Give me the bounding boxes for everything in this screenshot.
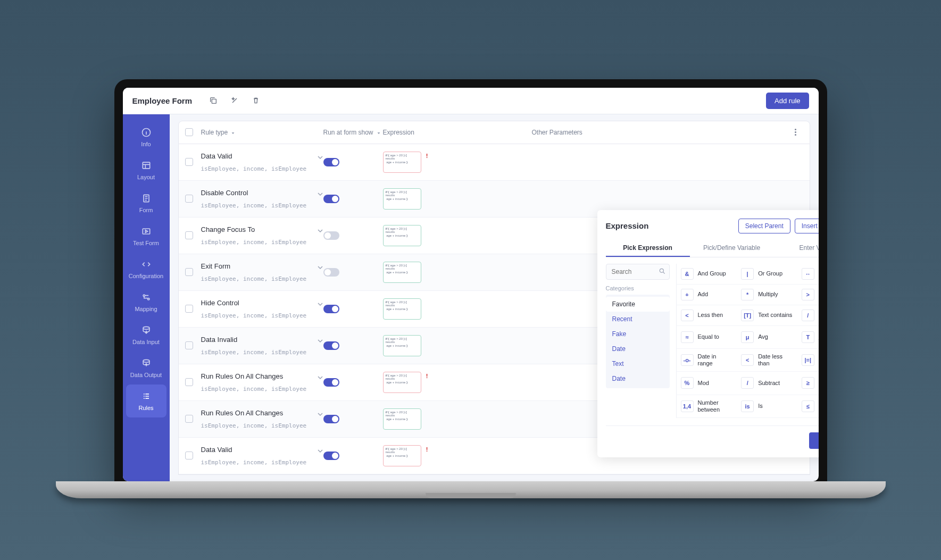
run-toggle[interactable] — [323, 231, 339, 240]
operator-item[interactable]: <Less then — [677, 305, 737, 326]
sort-icon[interactable] — [377, 130, 381, 135]
category-item[interactable]: Fake — [606, 327, 670, 341]
chevron-down-icon[interactable] — [317, 228, 323, 234]
expression-preview[interactable]: if ( age > 20 ) {results age + income } … — [383, 445, 421, 466]
operator-item[interactable]: %Mod — [677, 372, 737, 395]
column-rule-type[interactable]: Rule type — [201, 129, 228, 136]
chevron-down-icon[interactable] — [317, 411, 323, 417]
run-toggle[interactable] — [323, 415, 339, 423]
operator-label: Avg — [758, 333, 768, 340]
sidebar-item-mapping[interactable]: Mapping — [123, 286, 170, 319]
operator-item[interactable]: [T]Text contains — [737, 305, 797, 326]
run-toggle[interactable] — [323, 305, 339, 313]
operator-item[interactable]: *Multiply — [737, 285, 797, 305]
chevron-down-icon[interactable] — [317, 191, 323, 197]
row-checkbox[interactable] — [185, 452, 193, 459]
run-toggle[interactable] — [323, 452, 339, 460]
chevron-down-icon[interactable] — [317, 264, 323, 271]
sidebar-item-rules[interactable]: Rules — [126, 385, 166, 417]
tab-pick-variable[interactable]: Pick/Define Variable — [690, 240, 774, 257]
operator-item[interactable]: TText starts with — [797, 326, 819, 349]
chevron-down-icon[interactable] — [317, 374, 323, 381]
sidebar-item-configuration[interactable]: Configuration — [123, 253, 170, 286]
category-item[interactable]: Favorite — [606, 297, 670, 312]
column-run[interactable]: Run at form show — [323, 129, 373, 136]
complete-button[interactable]: Complete — [809, 432, 819, 449]
category-item[interactable]: Date — [606, 341, 670, 356]
sidebar-item-data-output[interactable]: Data Output — [123, 352, 170, 385]
insert-expression-button[interactable]: Insert Expression — [795, 219, 819, 233]
rule-subtitle: isEmployee, income, isEmployee — [201, 239, 307, 246]
row-checkbox[interactable] — [185, 195, 193, 203]
operator-item[interactable]: |Or Group — [737, 264, 797, 285]
operator-item[interactable]: >Greater than — [797, 285, 819, 305]
operator-item[interactable]: ≥Greater than or equal to — [797, 372, 819, 395]
chevron-down-icon[interactable] — [317, 301, 323, 307]
svg-rect-4 — [143, 229, 149, 234]
operator-item[interactable]: isIs — [737, 395, 797, 418]
rule-subtitle: isEmployee, income, isEmployee — [201, 312, 307, 319]
row-checkbox[interactable] — [185, 268, 193, 276]
sort-icon[interactable] — [231, 130, 235, 135]
rule-name: Data Invalid — [201, 336, 238, 344]
expression-preview[interactable]: if ( age > 20 ) {results age + income } — [383, 298, 421, 320]
sidebar-item-data-input[interactable]: Data Input — [123, 319, 170, 352]
row-checkbox[interactable] — [185, 305, 193, 313]
operator-item[interactable]: <Date less than — [737, 349, 797, 372]
trash-icon[interactable] — [252, 96, 260, 105]
rule-subtitle: isEmployee, income, isEmployee — [201, 386, 307, 392]
error-icon: ! — [426, 446, 428, 453]
operator-item[interactable]: μAvg — [737, 326, 797, 349]
operator-label: And Group — [698, 270, 726, 277]
expression-preview[interactable]: if ( age > 20 ) {results age + income } — [383, 225, 421, 246]
chevron-down-icon[interactable] — [317, 448, 323, 454]
expression-preview[interactable]: if ( age > 20 ) {results age + income } … — [383, 372, 421, 393]
tab-enter-value[interactable]: Enter Value — [774, 240, 819, 257]
row-checkbox[interactable] — [185, 231, 193, 239]
operator-item[interactable]: ≤Less than or equal to — [797, 395, 819, 418]
operator-item[interactable]: 1,4Number between — [677, 395, 737, 418]
operator-item[interactable]: /Subtract — [737, 372, 797, 395]
operator-item[interactable]: &And Group — [677, 264, 737, 285]
sidebar-item-form[interactable]: Form — [123, 187, 170, 220]
run-toggle[interactable] — [323, 378, 339, 387]
sidebar-item-layout[interactable]: Layout — [123, 154, 170, 187]
table-row[interactable]: Data Valid isEmployee, income, isEmploye… — [179, 144, 810, 181]
category-item[interactable]: Text — [606, 356, 670, 371]
row-checkbox[interactable] — [185, 378, 193, 386]
sidebar-item-test-form[interactable]: Test Form — [123, 220, 170, 253]
operator-symbol: ↔ — [802, 268, 814, 280]
chevron-down-icon[interactable] — [317, 338, 323, 344]
category-item[interactable]: Recent — [606, 312, 670, 327]
magic-icon[interactable] — [230, 96, 239, 105]
svg-point-6 — [147, 298, 149, 299]
sidebar-item-info[interactable]: Info — [123, 121, 170, 154]
run-toggle[interactable] — [323, 268, 339, 277]
row-checkbox[interactable] — [185, 415, 193, 423]
expression-preview[interactable]: if ( age > 20 ) {results age + income } … — [383, 152, 421, 173]
expression-preview[interactable]: if ( age > 20 ) {results age + income } — [383, 408, 421, 430]
table-header: Rule type Run at form show Expression Ot… — [178, 121, 810, 144]
run-toggle[interactable] — [323, 195, 339, 203]
select-parent-button[interactable]: Select Parent — [738, 219, 790, 233]
more-menu-icon[interactable] — [788, 129, 803, 136]
expression-preview[interactable]: if ( age > 20 ) {results age + income } — [383, 188, 421, 210]
operator-item[interactable]: /Divide — [797, 305, 819, 326]
operator-item[interactable]: +Add — [677, 285, 737, 305]
operator-item[interactable]: ↔If/Then — [797, 264, 819, 285]
expression-preview[interactable]: if ( age > 20 ) {results age + income } — [383, 262, 421, 283]
operator-item[interactable]: -o-Date in range — [677, 349, 737, 372]
copy-icon[interactable] — [209, 96, 218, 105]
category-item[interactable]: Date — [606, 371, 670, 386]
tab-pick-expression[interactable]: Pick Expression — [606, 240, 690, 257]
select-all-checkbox[interactable] — [185, 128, 193, 136]
row-checkbox[interactable] — [185, 341, 193, 349]
run-toggle[interactable] — [323, 158, 339, 166]
operator-item[interactable]: |=|Date equals — [797, 349, 819, 372]
add-rule-button[interactable]: Add rule — [766, 93, 809, 109]
expression-preview[interactable]: if ( age > 20 ) {results age + income } — [383, 335, 421, 356]
run-toggle[interactable] — [323, 341, 339, 350]
row-checkbox[interactable] — [185, 158, 193, 166]
operator-item[interactable]: ≈Equal to — [677, 326, 737, 349]
chevron-down-icon[interactable] — [317, 154, 323, 161]
